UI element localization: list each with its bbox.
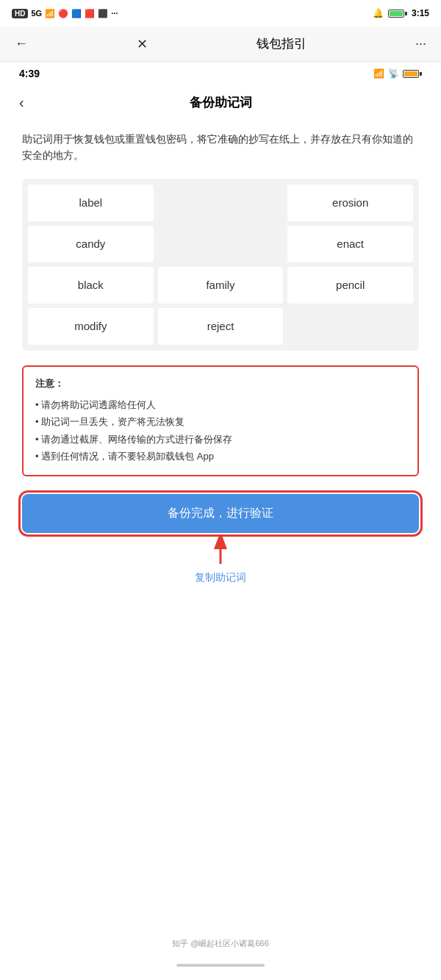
outer-title: 钱包指引	[257, 35, 306, 52]
outer-status-left: HD 5G 📶 🔴 🟦 🟥 ⬛ ···	[12, 9, 118, 18]
signal-bars-icon: 📶	[45, 9, 55, 18]
mnemonic-word-label: label	[28, 185, 154, 221]
weibo-icon: 🔴	[58, 9, 68, 18]
outer-topbar: ← ✕ 钱包指引 ···	[0, 26, 441, 62]
outer-status-right: 🔔 3:15	[373, 8, 429, 18]
signal-text: 5G	[31, 9, 42, 18]
more-dots: ···	[111, 9, 118, 18]
mnemonic-word-reject: reject	[158, 308, 284, 345]
warning-title: 注意：	[35, 377, 406, 390]
backup-verify-button[interactable]: 备份完成，进行验证	[22, 494, 419, 533]
footer-credit: 知乎 @崛起社区小诸葛666	[0, 938, 441, 949]
bell-icon: 🔔	[373, 8, 384, 18]
mnemonic-word-erosion: erosion	[287, 185, 413, 221]
outer-close-button[interactable]: ✕	[137, 36, 148, 52]
mnemonic-word-candy: candy	[28, 226, 154, 262]
battery-icon	[388, 10, 407, 18]
mnemonic-word-empty-1	[158, 185, 284, 221]
inner-battery-icon	[403, 70, 422, 78]
app-icon-1: 🟦	[71, 9, 82, 18]
mnemonic-word-family: family	[158, 267, 284, 304]
mnemonic-word-enact: enact	[287, 226, 413, 262]
description-text: 助记词用于恢复钱包或重置钱包密码，将它准确的抄写在纸上，并存放在只有你知道的安全…	[22, 131, 419, 164]
outer-more-button[interactable]: ···	[415, 36, 426, 51]
inner-screen: 4:39 📶 📡 ‹ 备份助记词 助记词用于恢复钱包或重置钱包密码，将它准确的抄…	[7, 62, 434, 596]
outer-back-button[interactable]: ←	[15, 36, 28, 51]
mnemonic-word-black: black	[28, 267, 154, 304]
inner-status-icons: 📶 📡	[373, 68, 422, 79]
outer-status-bar: HD 5G 📶 🔴 🟦 🟥 ⬛ ··· 🔔 3:15	[0, 0, 441, 26]
inner-status-bar: 4:39 📶 📡	[7, 62, 434, 85]
inner-topbar: ‹ 备份助记词	[7, 85, 434, 119]
warning-item-4: • 遇到任何情况，请不要轻易卸载钱包 App	[35, 448, 406, 465]
app-icon-3: ⬛	[98, 9, 108, 18]
inner-time: 4:39	[19, 68, 40, 79]
mnemonic-word-modify: modify	[28, 308, 154, 345]
arrow-container	[22, 536, 419, 565]
mnemonic-word-pencil: pencil	[287, 267, 413, 304]
warning-box: 注意： • 请勿将助记词透露给任何人 • 助记词一旦丢失，资产将无法恢复 • 请…	[22, 365, 419, 477]
warning-item-2: • 助记词一旦丢失，资产将无法恢复	[35, 413, 406, 430]
home-indicator	[176, 964, 265, 967]
hd-badge: HD	[12, 9, 28, 18]
inner-wifi-icon: 📡	[388, 68, 399, 79]
inner-back-button[interactable]: ‹	[19, 94, 24, 111]
arrow-icon	[198, 536, 243, 565]
outer-time: 3:15	[412, 8, 429, 18]
content-area: 助记词用于恢复钱包或重置钱包密码，将它准确的抄写在纸上，并存放在只有你知道的安全…	[7, 119, 434, 596]
inner-signal-icon: 📶	[373, 68, 384, 79]
mnemonic-word-empty-3	[287, 308, 413, 345]
mnemonic-word-empty-2	[158, 226, 284, 262]
app-icon-2: 🟥	[85, 9, 95, 18]
bottom-bar	[0, 951, 441, 980]
warning-item-1: • 请勿将助记词透露给任何人	[35, 396, 406, 413]
copy-mnemonic-link[interactable]: 复制助记词	[22, 571, 419, 584]
mnemonic-grid: label erosion candy enact black family p…	[22, 179, 419, 351]
inner-title: 备份助记词	[190, 94, 252, 111]
warning-item-3: • 请勿通过截屏、网络传输的方式进行备份保存	[35, 431, 406, 448]
